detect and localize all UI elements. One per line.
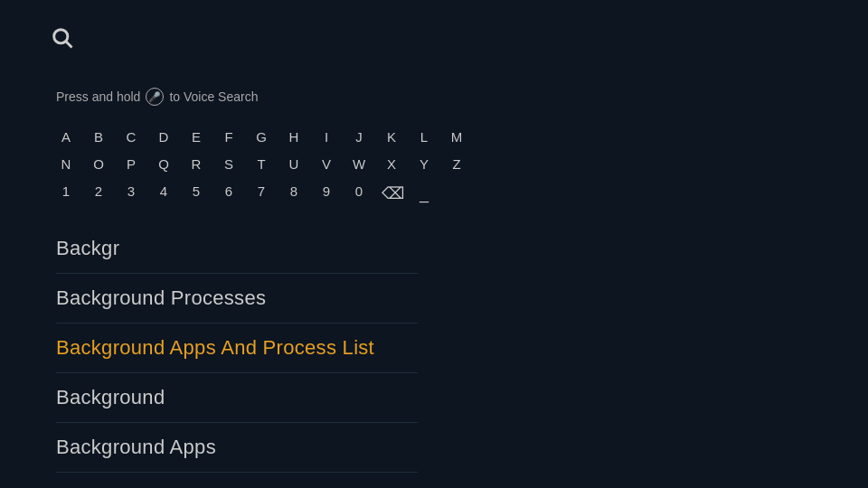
key-underscore[interactable]: _ — [414, 181, 434, 207]
key-t[interactable]: T — [251, 154, 271, 175]
voice-hint-prefix: Press and hold — [56, 89, 140, 104]
key-w[interactable]: W — [349, 154, 369, 175]
key-d[interactable]: D — [154, 127, 174, 148]
key-x[interactable]: X — [382, 154, 401, 175]
key-g[interactable]: G — [251, 127, 271, 148]
key-f[interactable]: F — [219, 127, 239, 148]
key-m[interactable]: M — [447, 127, 467, 148]
key-c[interactable]: C — [121, 127, 141, 148]
key-z[interactable]: Z — [447, 154, 467, 175]
key-y[interactable]: Y — [414, 154, 434, 175]
key-p[interactable]: P — [121, 154, 141, 175]
voice-hint: Press and hold 🎤 to Voice Search — [56, 88, 258, 106]
keyboard-row-0: ABCDEFGHIJKLM — [56, 127, 467, 148]
key-h[interactable]: H — [284, 127, 304, 148]
mic-icon: 🎤 — [146, 88, 164, 106]
keyboard-row-1: NOPQRSTUVWXYZ — [56, 154, 467, 175]
suggestion-item-4[interactable]: Background Apps — [56, 423, 418, 472]
key-5[interactable]: 5 — [186, 181, 206, 207]
suggestion-item-5[interactable]: Background Apps And Processes — [56, 473, 418, 488]
key-3[interactable]: 3 — [121, 181, 141, 207]
svg-point-0 — [54, 30, 68, 43]
suggestion-item-2[interactable]: Background Apps And Process List — [56, 324, 418, 372]
key-6[interactable]: 6 — [219, 181, 239, 207]
key-o[interactable]: O — [89, 154, 108, 175]
suggestions-list: BackgrBackground ProcessesBackground App… — [56, 224, 418, 488]
search-icon-container — [50, 25, 75, 54]
key-s[interactable]: S — [219, 154, 239, 175]
key-l[interactable]: L — [414, 127, 434, 148]
key-2[interactable]: 2 — [89, 181, 108, 207]
key-n[interactable]: N — [56, 154, 76, 175]
key-b[interactable]: B — [89, 127, 108, 148]
suggestion-item-0[interactable]: Backgr — [56, 224, 418, 273]
suggestion-item-3[interactable]: Background — [56, 373, 418, 422]
key-8[interactable]: 8 — [284, 181, 304, 207]
key-i[interactable]: I — [316, 127, 336, 148]
suggestion-item-1[interactable]: Background Processes — [56, 274, 418, 323]
keyboard-grid: ABCDEFGHIJKLMNOPQRSTUVWXYZ1234567890⌫_ — [56, 127, 467, 212]
keyboard-row-2: 1234567890⌫_ — [56, 181, 467, 207]
key-q[interactable]: Q — [154, 154, 174, 175]
key-a[interactable]: A — [56, 127, 76, 148]
search-icon — [50, 25, 75, 51]
key-k[interactable]: K — [382, 127, 401, 148]
key-1[interactable]: 1 — [56, 181, 76, 207]
key-backspace[interactable]: ⌫ — [382, 181, 401, 207]
key-9[interactable]: 9 — [316, 181, 336, 207]
key-0[interactable]: 0 — [349, 181, 369, 207]
key-v[interactable]: V — [316, 154, 336, 175]
key-4[interactable]: 4 — [154, 181, 174, 207]
svg-line-1 — [66, 42, 71, 47]
key-u[interactable]: U — [284, 154, 304, 175]
key-r[interactable]: R — [186, 154, 206, 175]
key-j[interactable]: J — [349, 127, 369, 148]
key-e[interactable]: E — [186, 127, 206, 148]
key-7[interactable]: 7 — [251, 181, 271, 207]
voice-hint-suffix: to Voice Search — [169, 89, 258, 104]
